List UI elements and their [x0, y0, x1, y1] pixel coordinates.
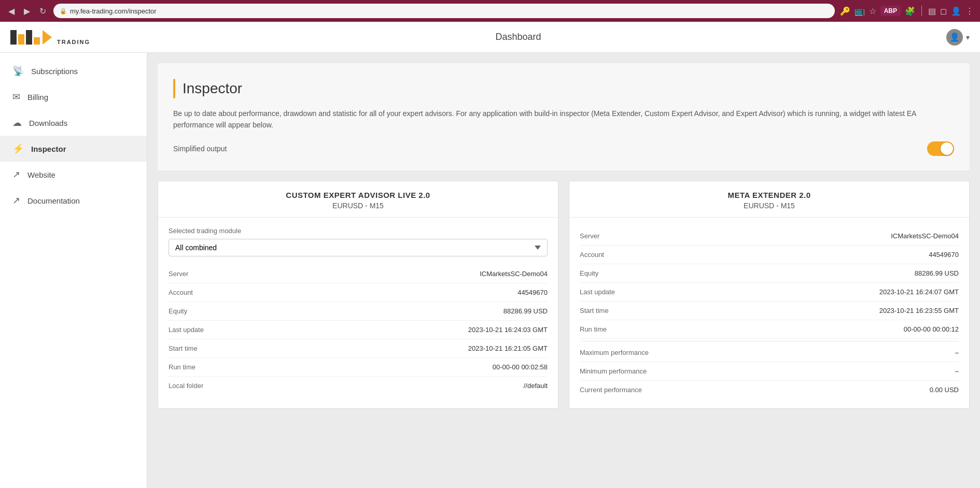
- reload-button[interactable]: ↻: [37, 4, 48, 18]
- ea-card-0-title: CUSTOM EXPERT ADVISOR LIVE 2.0: [169, 191, 548, 199]
- sidebar-item-billing[interactable]: ✉ Billing: [0, 84, 147, 110]
- app-header: TRADING Dashboard 👤 ▾: [0, 22, 980, 53]
- extension-icon[interactable]: 🧩: [905, 6, 915, 16]
- info-row-minperf: Minimum performance –: [580, 362, 959, 381]
- info-key-localfolder-0: Local folder: [169, 382, 203, 390]
- simplified-output-toggle[interactable]: [927, 141, 954, 156]
- info-val-localfolder-0: //default: [524, 382, 548, 390]
- info-val-equity-1: 88286.99 USD: [915, 269, 959, 277]
- ea-cards-row: CUSTOM EXPERT ADVISOR LIVE 2.0 EURUSD - …: [158, 181, 970, 409]
- logo-text: TRADING: [57, 39, 90, 45]
- sidebar-item-label-inspector: Inspector: [31, 145, 66, 153]
- info-key-equity-1: Equity: [580, 269, 598, 277]
- inspector-accent-bar: [173, 79, 175, 98]
- url-text: my.fea-trading.com/inspector: [70, 7, 157, 15]
- info-row-lastupdate-1: Last update 2023-10-21 16:24:07 GMT: [580, 283, 959, 302]
- cast-icon[interactable]: 📺: [855, 6, 865, 16]
- info-key-account-0: Account: [169, 289, 193, 296]
- lock-icon: 🔒: [60, 8, 67, 15]
- profile-icon[interactable]: ◻: [940, 6, 947, 16]
- info-row-account-1: Account 44549670: [580, 246, 959, 264]
- tab-strip-icon[interactable]: ▤: [928, 6, 936, 16]
- info-val-account-0: 44549670: [517, 289, 548, 296]
- toggle-knob: [941, 142, 953, 155]
- info-row-account-0: Account 44549670: [169, 283, 548, 302]
- forward-button[interactable]: ▶: [22, 4, 32, 18]
- header-user[interactable]: 👤 ▾: [946, 29, 970, 46]
- logo-bar-1: [10, 30, 17, 45]
- downloads-icon: ☁: [12, 117, 22, 128]
- user-dropdown-arrow[interactable]: ▾: [966, 33, 970, 41]
- main-layout: 📡 Subscriptions ✉ Billing ☁ Downloads ⚡ …: [0, 53, 980, 488]
- sidebar-item-downloads[interactable]: ☁ Downloads: [0, 110, 147, 136]
- sidebar-item-documentation[interactable]: ↗ Documentation: [0, 188, 147, 213]
- info-row-equity-0: Equity 88286.99 USD: [169, 302, 548, 321]
- browser-bar: ◀ ▶ ↻ 🔒 my.fea-trading.com/inspector 🔑 📺…: [0, 0, 980, 22]
- info-row-server-0: Server ICMarketsSC-Demo04: [169, 265, 548, 283]
- info-row-runtime-0: Run time 00-00-00 00:02:58: [169, 358, 548, 377]
- info-val-server-1: ICMarketsSC-Demo04: [891, 232, 959, 240]
- info-key-server-1: Server: [580, 232, 599, 240]
- logo-bar-2: [18, 34, 24, 45]
- sidebar-item-label-documentation: Documentation: [27, 196, 80, 205]
- sidebar-item-website[interactable]: ↗ Website: [0, 162, 147, 188]
- ea-card-0-body: Selected trading module All combined Mod…: [158, 218, 558, 404]
- sidebar-item-label-billing: Billing: [27, 93, 48, 102]
- logo-bars: [10, 30, 52, 45]
- subscriptions-icon: 📡: [12, 65, 24, 77]
- info-row-lastupdate-0: Last update 2023-10-21 16:24:03 GMT: [169, 321, 548, 339]
- info-key-account-1: Account: [580, 251, 604, 259]
- info-row-runtime-1: Run time 00-00-00 00:00:12: [580, 320, 959, 339]
- logo-bar-3: [26, 30, 32, 45]
- info-row-equity-1: Equity 88286.99 USD: [580, 264, 959, 283]
- address-bar[interactable]: 🔒 my.fea-trading.com/inspector: [53, 4, 835, 18]
- back-button[interactable]: ◀: [6, 4, 17, 18]
- sidebar-item-inspector[interactable]: ⚡ Inspector: [0, 136, 147, 162]
- key-icon[interactable]: 🔑: [840, 6, 850, 16]
- inspector-description: Be up to date about performance, drawdow…: [173, 108, 954, 131]
- info-val-maxperf: –: [955, 349, 959, 356]
- info-row-currperf: Current performance 0.00 USD: [580, 381, 959, 399]
- info-key-runtime-0: Run time: [169, 363, 195, 371]
- user-icon[interactable]: 👤: [951, 6, 961, 16]
- module-select[interactable]: All combined Module 1 Module 2: [169, 239, 548, 256]
- logo-arrow: [43, 30, 52, 45]
- sidebar-item-label-subscriptions: Subscriptions: [31, 67, 78, 76]
- info-val-lastupdate-0: 2023-10-21 16:24:03 GMT: [468, 326, 548, 334]
- abp-button[interactable]: ABP: [880, 6, 901, 16]
- divider: [921, 6, 922, 16]
- star-icon[interactable]: ☆: [869, 6, 876, 16]
- sidebar-item-label-downloads: Downloads: [29, 119, 67, 127]
- simplified-output-label: Simplified output: [173, 145, 227, 153]
- logo-bar-4: [34, 37, 40, 45]
- content-area: Inspector Be up to date about performanc…: [147, 53, 980, 488]
- sidebar: 📡 Subscriptions ✉ Billing ☁ Downloads ⚡ …: [0, 53, 147, 488]
- logo: TRADING: [10, 30, 90, 45]
- info-val-runtime-0: 00-00-00 00:02:58: [493, 363, 548, 371]
- info-val-currperf: 0.00 USD: [930, 386, 959, 394]
- ea-card-0-header: CUSTOM EXPERT ADVISOR LIVE 2.0 EURUSD - …: [158, 181, 558, 218]
- info-key-starttime-1: Start time: [580, 307, 609, 314]
- ea-card-1-header: META EXTENDER 2.0 EURUSD - M15: [569, 181, 969, 218]
- info-val-runtime-1: 00-00-00 00:00:12: [904, 325, 959, 333]
- simplified-row: Simplified output: [173, 141, 954, 156]
- info-key-equity-0: Equity: [169, 307, 187, 315]
- module-field-label: Selected trading module: [169, 227, 548, 235]
- browser-right-icons: 🔑 📺 ☆ ABP 🧩 ▤ ◻ 👤 ⋮: [840, 6, 974, 16]
- inspector-icon: ⚡: [12, 143, 24, 154]
- header-title: Dashboard: [496, 32, 541, 42]
- info-val-server-0: ICMarketsSC-Demo04: [480, 270, 548, 278]
- info-key-lastupdate-1: Last update: [580, 288, 615, 296]
- sidebar-item-label-website: Website: [27, 170, 55, 179]
- info-val-equity-0: 88286.99 USD: [503, 307, 548, 315]
- info-key-maxperf: Maximum performance: [580, 349, 649, 356]
- info-row-localfolder-0: Local folder //default: [169, 377, 548, 395]
- user-avatar: 👤: [946, 29, 963, 46]
- ea-card-1: META EXTENDER 2.0 EURUSD - M15 Server IC…: [569, 181, 970, 409]
- ea-card-1-title: META EXTENDER 2.0: [580, 191, 959, 199]
- info-row-starttime-1: Start time 2023-10-21 16:23:55 GMT: [580, 302, 959, 320]
- menu-icon[interactable]: ⋮: [965, 6, 974, 16]
- performance-section: Maximum performance – Minimum performanc…: [580, 341, 959, 399]
- ea-card-0: CUSTOM EXPERT ADVISOR LIVE 2.0 EURUSD - …: [158, 181, 558, 409]
- sidebar-item-subscriptions[interactable]: 📡 Subscriptions: [0, 58, 147, 84]
